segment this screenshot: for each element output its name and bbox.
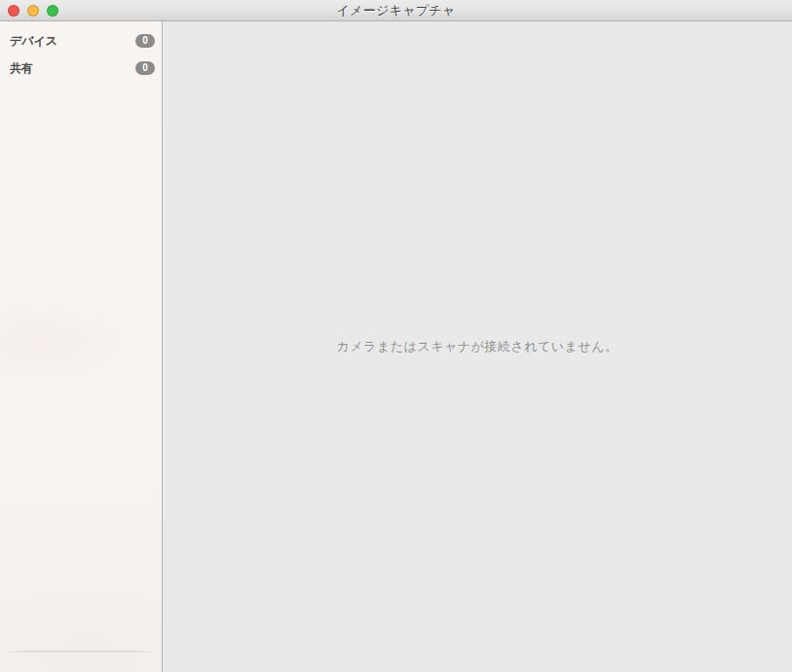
sidebar-bottom-divider (8, 651, 152, 652)
shared-label: 共有 (10, 60, 135, 77)
sidebar: デバイス 0 共有 0 (0, 21, 163, 672)
devices-count-badge: 0 (135, 34, 155, 48)
window-title: イメージキャプチャ (336, 2, 455, 19)
sidebar-section-shared: 共有 0 (0, 55, 162, 82)
zoom-button[interactable] (47, 5, 58, 17)
image-capture-window: イメージキャプチャ デバイス 0 共有 0 カメラまたはスキャナが接続されていま… (0, 0, 792, 672)
traffic-lights (8, 0, 58, 21)
main-content: カメラまたはスキャナが接続されていません。 (163, 21, 792, 672)
close-button[interactable] (8, 5, 19, 17)
sidebar-section-devices: デバイス 0 (0, 27, 162, 55)
empty-state-message: カメラまたはスキャナが接続されていません。 (337, 338, 619, 355)
window-body: デバイス 0 共有 0 カメラまたはスキャナが接続されていません。 (0, 21, 792, 672)
shared-count-badge: 0 (135, 61, 155, 75)
titlebar[interactable]: イメージキャプチャ (0, 0, 792, 21)
devices-label: デバイス (10, 33, 135, 50)
minimize-button[interactable] (27, 5, 39, 17)
